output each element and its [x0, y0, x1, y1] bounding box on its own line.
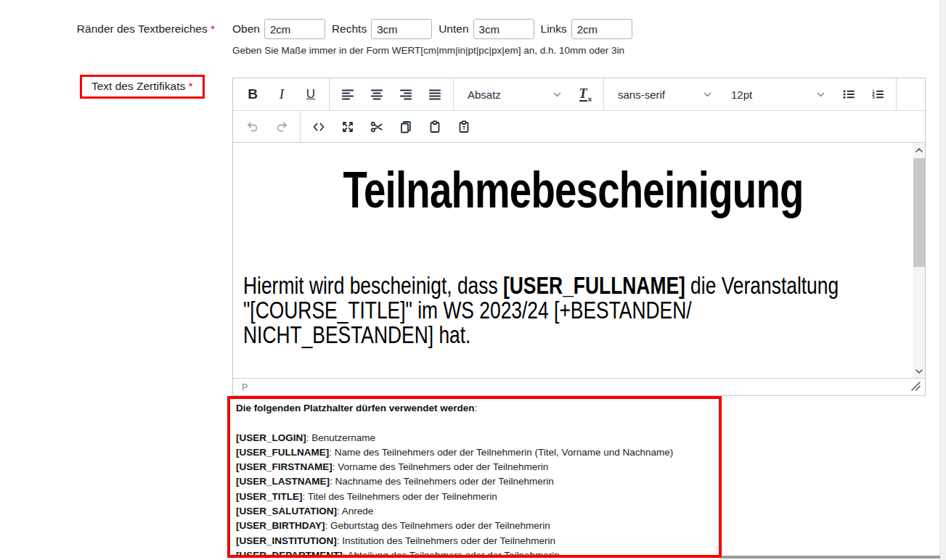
chevron-down-icon	[817, 92, 825, 97]
toolbar-separator	[453, 78, 454, 110]
chevron-up-icon	[916, 148, 923, 152]
paragraph-line: NICHT_BESTANDEN] hat.	[243, 323, 771, 347]
placeholder-intro: Die folgenden Platzhalter dürfen verwend…	[236, 401, 713, 416]
margin-right-group: Rechts	[332, 19, 432, 39]
margin-right-input[interactable]	[371, 19, 432, 39]
toolbar-separator	[300, 111, 301, 142]
align-right-icon	[399, 88, 412, 101]
browser-scrollbar-strip[interactable]	[939, 0, 946, 560]
editor-toolbar-row1: B I U Absatz T×	[233, 78, 925, 111]
numbered-list-icon: 1 2 3	[871, 88, 884, 101]
margin-top-input[interactable]	[264, 19, 325, 39]
placeholder-item: [USER_FIRSTNAME]: Vorname des Teilnehmer…	[236, 460, 713, 474]
source-code-button[interactable]	[306, 115, 331, 139]
placeholder-item: [USER_INSTITUTION]: Institution des Teil…	[236, 534, 713, 548]
undo-icon	[246, 120, 259, 133]
copy-button[interactable]	[394, 115, 418, 139]
bold-button[interactable]: B	[240, 82, 265, 107]
certificate-text-label: Text des Zertifikats	[91, 80, 185, 92]
blank-line	[236, 416, 713, 430]
bold-icon: B	[248, 86, 258, 102]
svg-text:3: 3	[872, 95, 875, 99]
font-family-select[interactable]: sans-serif	[610, 82, 719, 107]
bottom-edge-line	[722, 556, 940, 559]
resize-handle[interactable]	[911, 381, 921, 394]
fullscreen-button[interactable]	[335, 115, 360, 139]
margin-top-label: Oben	[232, 19, 260, 39]
chevron-down-icon	[916, 369, 923, 374]
toolbar-separator	[603, 78, 604, 110]
margins-field-label: Ränder des Textbereiches *	[0, 22, 215, 36]
rich-text-editor: B I U Absatz T×	[232, 78, 926, 396]
editor-scrollbar[interactable]	[913, 143, 925, 378]
align-center-icon	[370, 88, 383, 101]
block-format-select[interactable]: Absatz	[460, 82, 568, 107]
editor-content-area[interactable]: Teilnahmebescheinigung Hiermit wird besc…	[233, 143, 925, 378]
margin-bottom-group: Unten	[439, 19, 534, 39]
placeholder-help-highlight: Die folgenden Platzhalter dürfen verwend…	[227, 396, 722, 558]
align-left-button[interactable]	[335, 82, 360, 107]
paste-as-text-icon: T	[457, 120, 470, 133]
align-left-icon	[341, 88, 354, 101]
font-size-select[interactable]: 12pt	[723, 82, 832, 107]
bullet-list-button[interactable]	[836, 82, 861, 107]
paste-as-text-button[interactable]: T	[452, 115, 476, 139]
fullscreen-icon	[341, 120, 354, 133]
element-path: P	[242, 382, 248, 392]
align-right-button[interactable]	[394, 82, 418, 107]
bullet-list-icon	[842, 88, 855, 101]
margin-left-group: Links	[541, 19, 632, 39]
toolbar-separator	[329, 78, 330, 110]
required-asterisk: *	[211, 22, 215, 35]
editor-statusbar: P	[233, 378, 925, 395]
align-justify-icon	[428, 88, 441, 101]
source-code-icon	[312, 120, 325, 133]
margin-left-input[interactable]	[571, 19, 632, 39]
margins-hint-text: Geben Sie Maße immer in der Form WERT[cm…	[232, 45, 624, 56]
resize-grip-icon	[911, 382, 921, 391]
italic-button[interactable]: I	[269, 82, 294, 107]
undo-button[interactable]	[240, 115, 265, 139]
placeholder-item: [USER_FULLNAME]: Name des Teilnehmers od…	[236, 445, 713, 460]
certificate-settings-form: Ränder des Textbereiches * Oben Rechts U…	[0, 0, 946, 560]
placeholder-item: [USER_SALUTATION]: Anrede	[236, 504, 713, 519]
paste-button[interactable]	[423, 115, 447, 139]
placeholder-item: [USER_LASTNAME]: Nachname des Teilnehmer…	[236, 474, 713, 489]
scroll-up-button[interactable]	[913, 144, 925, 156]
margin-left-label: Links	[541, 19, 567, 39]
cut-button[interactable]	[364, 115, 389, 139]
placeholder-item: [USER_DEPARTMENT]: Abteilung des Teilneh…	[236, 548, 713, 558]
scrollbar-thumb[interactable]	[913, 158, 925, 267]
placeholder-item: [USER_BIRTHDAY]: Geburtstag des Teilnehm…	[236, 519, 713, 533]
cut-scissors-icon	[370, 120, 383, 133]
italic-icon: I	[280, 86, 284, 102]
underline-button[interactable]: U	[298, 82, 323, 107]
placeholder-user-fullname: [USER_FULLNAME]	[503, 272, 685, 299]
margin-bottom-input[interactable]	[473, 19, 534, 39]
chevron-down-icon	[553, 92, 561, 97]
editor-toolbar-row2: T	[233, 111, 925, 143]
certificate-paragraph: Hiermit wird bescheinigt, dass [USER_FUL…	[243, 273, 771, 347]
margin-bottom-label: Unten	[439, 19, 468, 39]
copy-icon	[399, 120, 412, 133]
placeholder-item: [USER_LOGIN]: Benutzername	[236, 431, 713, 445]
paragraph-line: "[COURSE_TITLE]" im WS 2023/24 [+BESTAND…	[243, 298, 771, 323]
margin-inputs-row: Oben Rechts Unten Links	[232, 19, 639, 39]
placeholder-item: [USER_TITLE]: Titel des Teilnehmers oder…	[236, 490, 713, 504]
font-size-value: 12pt	[731, 88, 752, 101]
certificate-heading: Teilnahmebescheinigung	[243, 165, 903, 215]
font-family-value: sans-serif	[618, 88, 665, 101]
svg-text:T: T	[462, 125, 466, 131]
scroll-down-button[interactable]	[913, 365, 925, 377]
margins-label-text: Ränder des Textbereiches	[77, 22, 208, 35]
numbered-list-button[interactable]: 1 2 3	[865, 82, 890, 107]
clear-formatting-button[interactable]: T×	[573, 82, 598, 107]
underline-icon: U	[306, 87, 315, 102]
align-center-button[interactable]	[364, 82, 389, 107]
clear-formatting-icon: T×	[579, 87, 592, 102]
paragraph-line: Hiermit wird bescheinigt, dass [USER_FUL…	[243, 273, 771, 298]
paste-clipboard-icon	[428, 120, 441, 133]
redo-button[interactable]	[269, 115, 294, 139]
block-format-value: Absatz	[468, 88, 501, 101]
align-justify-button[interactable]	[423, 82, 447, 107]
